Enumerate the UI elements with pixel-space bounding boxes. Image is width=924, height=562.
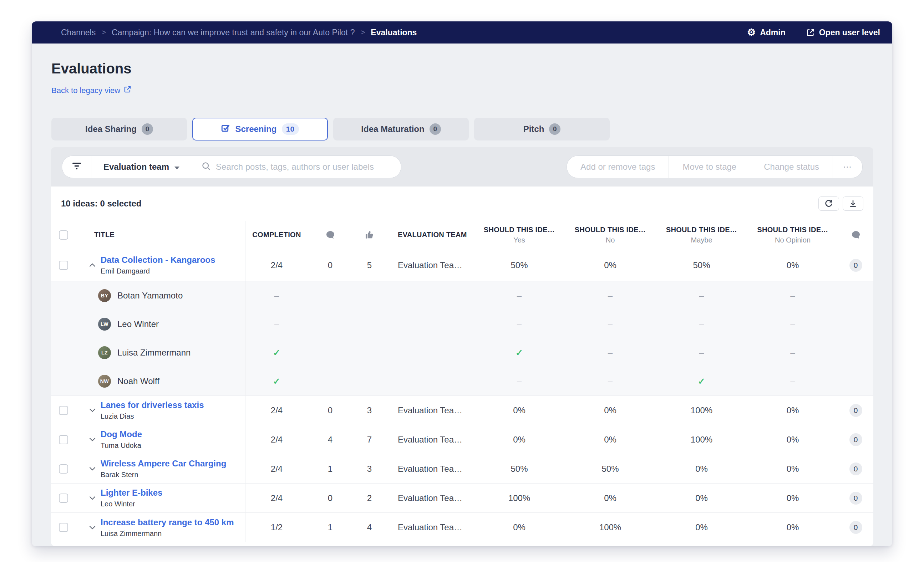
change-status-button[interactable]: Change status: [750, 156, 833, 178]
evaluation-team-dropdown[interactable]: Evaluation team: [92, 156, 192, 178]
maybe-mark: ✓: [698, 376, 705, 387]
download-button[interactable]: [843, 196, 863, 211]
yes-percent: 0%: [474, 396, 565, 425]
row-checkbox[interactable]: [59, 261, 68, 270]
chevron-down-icon[interactable]: [89, 408, 96, 412]
breadcrumb-channels[interactable]: Channels: [61, 28, 96, 37]
idea-author: Barak Stern: [100, 471, 226, 479]
selection-summary: 10 ideas: 0 selected: [61, 199, 141, 208]
move-to-stage-button[interactable]: Move to stage: [669, 156, 750, 178]
refresh-button[interactable]: [818, 196, 839, 211]
select-all-checkbox[interactable]: [59, 230, 68, 240]
more-actions-button[interactable]: ⋯: [833, 156, 862, 178]
search-box: [192, 156, 401, 178]
no-opinion-mark: –: [790, 348, 795, 358]
chevron-down-icon[interactable]: [89, 467, 96, 471]
row-checkbox[interactable]: [59, 406, 68, 415]
chevron-down-icon[interactable]: [89, 438, 96, 442]
back-to-legacy-link[interactable]: Back to legacy view: [51, 85, 131, 95]
comments-count: 0: [308, 396, 352, 425]
completion-mark: –: [274, 291, 279, 301]
evaluation-comments-badge[interactable]: 0: [849, 259, 862, 272]
row-checkbox[interactable]: [59, 523, 68, 532]
bulk-actions: Add or remove tags Move to stage Change …: [567, 156, 862, 178]
chevron-down-icon[interactable]: [89, 526, 96, 529]
column-should-idea-yes: SHOULD THIS IDE…: [484, 226, 555, 234]
evaluation-comments-badge[interactable]: 0: [849, 433, 862, 446]
yes-percent: 50%: [474, 454, 565, 483]
yes-mark: –: [517, 291, 522, 301]
completion-value: 2/4: [246, 396, 308, 425]
yes-percent: 0%: [474, 425, 565, 454]
no-opinion-mark: –: [790, 319, 795, 329]
comments-count: 0: [308, 484, 352, 513]
comment-icon: [326, 230, 335, 240]
yes-mark: –: [517, 319, 522, 329]
maybe-percent: 0%: [656, 454, 747, 483]
tab-pitch[interactable]: Pitch 0: [474, 118, 610, 141]
no-mark: –: [608, 291, 612, 301]
row-checkbox[interactable]: [59, 435, 68, 444]
table-row: Dog Mode Tuma Udoka 2/4 4 7 Evaluation T…: [51, 425, 873, 454]
no-percent: 0%: [565, 249, 656, 281]
table-header-row: TITLE COMPLETION EVALUATION TEAM: [51, 221, 873, 249]
no-percent: 0%: [565, 484, 656, 513]
evaluation-comments-badge[interactable]: 0: [849, 492, 862, 505]
comments-count: 0: [308, 249, 352, 281]
completion-mark: ✓: [273, 376, 280, 387]
evaluation-team-value: Evaluation Tea…: [386, 484, 474, 513]
stage-tabs: Idea Sharing 0 Screening 10 Idea Maturat…: [51, 118, 610, 141]
completion-value: 2/4: [246, 249, 308, 281]
evaluation-comments-badge[interactable]: 0: [849, 463, 862, 475]
evaluator-name: Noah Wolff: [117, 376, 159, 386]
breadcrumb-campaign[interactable]: Campaign: How can we improve trust and s…: [112, 28, 355, 37]
chevron-up-icon[interactable]: [89, 263, 96, 267]
tab-screening[interactable]: Screening 10: [192, 118, 328, 141]
table-row: Lanes for driverless taxis Luzia Dias 2/…: [51, 396, 873, 425]
tab-idea-maturation[interactable]: Idea Maturation 0: [333, 118, 469, 141]
idea-title-link[interactable]: Increase battery range to 450 km: [100, 517, 234, 528]
filter-button[interactable]: [62, 156, 92, 178]
tab-count-badge: 0: [549, 123, 561, 135]
row-checkbox[interactable]: [59, 464, 68, 474]
yes-percent: 50%: [474, 249, 565, 281]
tab-idea-sharing[interactable]: Idea Sharing 0: [51, 118, 187, 141]
no-mark: –: [608, 376, 612, 386]
evaluation-team-value: Evaluation Tea…: [386, 396, 474, 425]
maybe-percent: 100%: [656, 425, 747, 454]
table-row: Data Collection - Kangaroos Emil Damgaar…: [51, 249, 873, 281]
evaluator-name: Luisa Zimmermann: [117, 348, 190, 358]
page-title: Evaluations: [51, 61, 132, 76]
open-user-level-link[interactable]: Open user level: [806, 28, 880, 37]
column-sub-yes: Yes: [513, 236, 525, 244]
evaluation-comments-badge[interactable]: 0: [849, 404, 862, 417]
idea-title-link[interactable]: Lighter E-bikes: [100, 488, 162, 498]
add-or-remove-tags-button[interactable]: Add or remove tags: [567, 156, 669, 178]
avatar: LW: [98, 318, 111, 331]
table-row: Increase battery range to 450 km Luisa Z…: [51, 513, 873, 542]
filter-search-pill: Evaluation team: [62, 156, 401, 178]
idea-title-link[interactable]: Wireless Ampere Car Charging: [100, 459, 226, 469]
evaluator-row: NW Noah Wolff ✓ – – ✓ –: [51, 367, 873, 396]
idea-title-link[interactable]: Dog Mode: [100, 429, 142, 439]
admin-link[interactable]: ⚙ Admin: [747, 28, 786, 37]
column-should-idea-no-opinion: SHOULD THIS IDE…: [757, 226, 828, 234]
navbar-actions: ⚙ Admin Open user level: [747, 28, 880, 37]
row-checkbox[interactable]: [59, 493, 68, 503]
avatar: BY: [98, 289, 111, 302]
search-input[interactable]: [216, 162, 392, 172]
column-comments: [308, 221, 352, 249]
evaluator-name: Botan Yamamoto: [117, 291, 183, 301]
idea-title-link[interactable]: Lanes for driverless taxis: [100, 400, 204, 410]
evaluator-row: BY Botan Yamamoto – – – – –: [51, 281, 873, 310]
completion-mark: –: [274, 319, 279, 329]
no-opinion-mark: –: [790, 376, 795, 386]
likes-count: 3: [352, 396, 386, 425]
evaluation-comments-badge[interactable]: 0: [849, 521, 862, 534]
comment-icon: [851, 230, 861, 240]
completion-value: 2/4: [246, 454, 308, 483]
tab-label: Idea Maturation: [361, 124, 424, 134]
idea-title-link[interactable]: Data Collection - Kangaroos: [100, 255, 215, 265]
idea-author: Tuma Udoka: [100, 442, 142, 450]
chevron-down-icon[interactable]: [89, 496, 96, 500]
